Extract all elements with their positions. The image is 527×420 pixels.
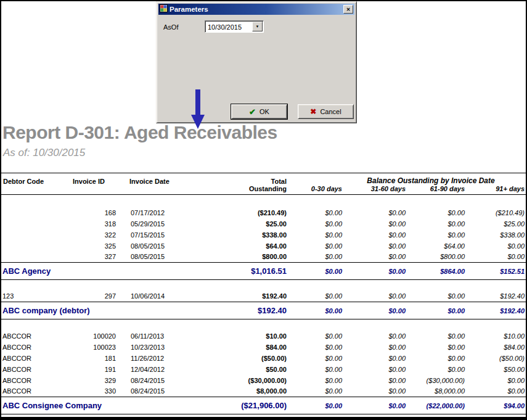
invoice-id-cell: 318 [71, 218, 117, 229]
days-61-90-cell: $0.00 [407, 364, 466, 375]
down-arrow-annotation [190, 89, 206, 130]
invoice-row: 32207/15/2015$338.00$0.00$0.00$0.00$338.… [1, 229, 526, 241]
invoice-date-cell: 06/11/2013 [117, 331, 191, 342]
report-table-header: Debtor Code Invoice ID Invoice Date Tota… [1, 173, 526, 195]
group-name-cell: ABC Agency [1, 263, 191, 280]
group-days-0-30-cell: $0.00 [288, 397, 343, 414]
cancel-button[interactable]: ✖ Cancel [298, 104, 354, 119]
screen: Report D-301: Aged Receivables As of: 10… [0, 0, 527, 420]
invoice-id-cell: 181 [71, 353, 117, 364]
invoice-date-cell: 08/24/2015 [117, 386, 191, 397]
days-0-30-cell: $0.00 [288, 218, 343, 229]
parameters-dialog: Parameters ✕ AsOf 10/30/2015 ▼ ✔ OK ✖ Ca… [156, 1, 357, 123]
invoice-row: 31805/29/2015$25.00$0.00$0.00$0.00$25.00 [1, 218, 526, 229]
total-outstanding-cell: $8,000.00 [191, 386, 288, 397]
days-31-60-cell: $0.00 [343, 375, 407, 386]
invoice-row: ABCCOR19112/04/2012$50.00$0.00$0.00$0.00… [1, 364, 526, 375]
debtor-code-cell: ABCCOR [1, 375, 71, 386]
days-31-60-cell: $0.00 [343, 207, 407, 218]
days-61-90-cell: $0.00 [407, 331, 466, 342]
ok-button[interactable]: ✔ OK [231, 104, 287, 119]
group-days-31-60-cell: $0.00 [343, 263, 407, 280]
spacer-row [1, 280, 526, 291]
days-31-60-cell: $0.00 [343, 386, 407, 397]
group-total-cell: $192.40 [191, 302, 288, 319]
invoice-id-cell: 100020 [71, 331, 117, 342]
asof-combobox[interactable]: 10/30/2015 ▼ [205, 20, 264, 33]
total-outstanding-cell: $338.00 [191, 229, 288, 241]
days-0-30-cell: $0.00 [288, 207, 343, 218]
days-31-60-cell: $0.00 [343, 291, 407, 302]
days-31-60-cell: $0.00 [343, 218, 407, 229]
col-debtor-code: Debtor Code [1, 173, 71, 186]
days-91-plus-cell: $0.00 [466, 252, 526, 263]
debtor-code-cell [1, 229, 71, 241]
report-table-body: 16807/17/2012($210.49)$0.00$0.00$0.00($2… [1, 195, 526, 414]
days-0-30-cell: $0.00 [288, 364, 343, 375]
spacer-row [1, 195, 526, 207]
col-total-line1: Total [191, 173, 288, 186]
debtor-code-cell: ABCCOR [1, 364, 71, 375]
debtor-code-cell: ABCCOR [1, 331, 71, 342]
days-0-30-cell: $0.00 [288, 386, 343, 397]
days-0-30-cell: $0.00 [288, 353, 343, 364]
total-outstanding-cell: ($210.49) [191, 207, 288, 218]
invoice-date-cell: 05/29/2015 [117, 218, 191, 229]
group-days-31-60-cell: $0.00 [343, 302, 407, 319]
total-outstanding-cell: $84.00 [191, 342, 288, 353]
col-balance-group: Balance Oustanding by Invoice Date [288, 173, 526, 186]
invoice-id-cell: 327 [71, 252, 117, 263]
days-91-plus-cell: ($210.49) [466, 207, 526, 218]
total-outstanding-cell: $192.40 [191, 291, 288, 302]
group-days-91-plus-cell: $192.40 [466, 302, 526, 319]
invoice-date-cell: 12/04/2012 [117, 364, 191, 375]
group-days-91-plus-cell: $152.51 [466, 263, 526, 280]
days-91-plus-cell: $0.00 [466, 386, 526, 397]
invoice-id-cell: 322 [71, 229, 117, 241]
invoice-row: ABCCOR18111/26/2012($50.00)$0.00$0.00$0.… [1, 353, 526, 364]
asof-value: 10/30/2015 [205, 21, 251, 32]
days-61-90-cell: $0.00 [407, 353, 466, 364]
total-outstanding-cell: ($30,000.00) [191, 375, 288, 386]
debtor-code-cell [1, 252, 71, 263]
days-31-60-cell: $0.00 [343, 241, 407, 252]
invoice-date-cell: 08/24/2015 [117, 375, 191, 386]
invoice-date-cell: 07/17/2012 [117, 207, 191, 218]
report-subtitle: As of: 10/30/2015 [1, 146, 526, 159]
invoice-id-cell: 325 [71, 241, 117, 252]
days-91-plus-cell: $25.00 [466, 218, 526, 229]
days-91-plus-cell: $192.40 [466, 291, 526, 302]
group-days-0-30-cell: $0.00 [288, 263, 343, 280]
days-31-60-cell: $0.00 [343, 364, 407, 375]
invoice-id-cell: 297 [71, 291, 117, 302]
x-icon: ✖ [310, 108, 316, 115]
days-91-plus-cell: $84.00 [466, 342, 526, 353]
col-total-line2: Oustanding [191, 185, 288, 195]
debtor-code-cell: ABCCOR [1, 386, 71, 397]
invoice-date-cell: 11/26/2012 [117, 353, 191, 364]
invoice-row: 12329710/06/2014$192.40$0.00$0.00$0.00$1… [1, 291, 526, 302]
debtor-code-cell: ABCCOR [1, 353, 71, 364]
days-61-90-cell: ($30,000.00) [407, 375, 466, 386]
col-days-91-plus: 91+ days [466, 185, 526, 195]
days-31-60-cell: $0.00 [343, 331, 407, 342]
chevron-down-icon[interactable]: ▼ [252, 22, 263, 31]
days-31-60-cell: $0.00 [343, 342, 407, 353]
days-91-plus-cell: $0.00 [466, 241, 526, 252]
days-91-plus-cell: $50.00 [466, 364, 526, 375]
debtor-code-cell: ABCCOR [1, 342, 71, 353]
dialog-titlebar[interactable]: Parameters ✕ [158, 4, 354, 15]
days-61-90-cell: $0.00 [407, 218, 466, 229]
asof-label: AsOf [163, 23, 178, 31]
debtor-code-cell: 123 [1, 291, 71, 302]
days-31-60-cell: $0.00 [343, 229, 407, 241]
days-61-90-cell: $800.00 [407, 252, 466, 263]
days-0-30-cell: $0.00 [288, 252, 343, 263]
group-days-0-30-cell: $0.00 [288, 302, 343, 319]
spacer-cell [1, 319, 526, 331]
invoice-date-cell: 10/23/2013 [117, 342, 191, 353]
total-outstanding-cell: ($50.00) [191, 353, 288, 364]
total-outstanding-cell: $50.00 [191, 364, 288, 375]
invoice-date-cell: 08/05/2015 [117, 252, 191, 263]
close-icon[interactable]: ✕ [343, 5, 353, 14]
